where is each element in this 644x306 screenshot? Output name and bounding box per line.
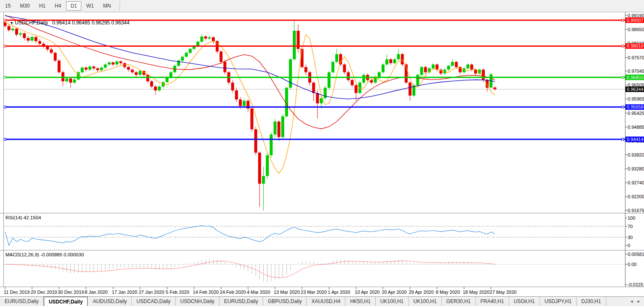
date-tick-label: 8 Jan 2020: [85, 290, 107, 295]
tab-usdchf-daily[interactable]: USDCHF,Daily: [44, 297, 88, 306]
line-handle-icon[interactable]: [622, 19, 624, 21]
price-axis-tick-label: 0.99190: [628, 13, 644, 18]
candle-body: [208, 37, 211, 38]
price-axis-tick-label: 0.93820: [628, 152, 644, 157]
candle-body: [316, 93, 319, 104]
mt4-window: 15M30H1H4D1W1MN 0.991900.986500.981100.9…: [0, 0, 644, 306]
macd-axis-label: -0.011515: [628, 282, 644, 287]
tab-usoil-h1[interactable]: USOil,H1: [509, 297, 540, 306]
chart-canvas[interactable]: 0.991900.986500.981100.975700.970450.965…: [0, 0, 644, 306]
candle-body: [455, 62, 458, 67]
rsi-axis-label: 30: [628, 235, 633, 240]
tab-usdjpy-h1[interactable]: USDJPY,H1: [540, 297, 577, 306]
tab-eurusd-daily[interactable]: EURUSD,Daily: [0, 297, 44, 306]
date-tick-label: 20 Dec 2019: [31, 290, 57, 295]
candle-body: [401, 54, 404, 65]
candle-body: [108, 62, 111, 64]
candle-body: [328, 72, 331, 88]
line-handle-icon[interactable]: [622, 138, 624, 140]
chart-tabs: EURUSD,DailyUSDCHF,DailyAUDUSD,DailyUSDC…: [0, 296, 644, 306]
chart-ohlc-readout: 0.96414 0.96465 0.96295 0.96344: [52, 20, 130, 26]
tabs-scroll-left-icon[interactable]: ◄: [630, 299, 633, 303]
chart-symbol-label: USDCHF,Daily: [15, 20, 48, 26]
candle-body: [289, 59, 292, 88]
price-axis-tick-label: 0.92740: [628, 180, 644, 185]
date-tick-label: 14 Feb 2020: [193, 290, 219, 295]
tab-fra40-h1[interactable]: FRA40,H1: [476, 297, 509, 306]
candle-body: [331, 62, 334, 72]
candle-body: [81, 68, 84, 72]
candle-body: [181, 57, 184, 61]
candle-body: [278, 122, 281, 137]
price-axis-tick-label: 0.98650: [628, 27, 644, 32]
candle-body: [96, 68, 99, 70]
price-axis-tick-label: 0.95425: [628, 111, 644, 116]
chart-background: [0, 12, 644, 296]
line-handle-icon[interactable]: [4, 45, 6, 47]
line-handle-icon[interactable]: [4, 106, 6, 108]
tab-uk100-h1[interactable]: UK100,H1: [409, 297, 441, 306]
candle-body: [482, 69, 485, 80]
line-handle-icon[interactable]: [622, 106, 624, 108]
macd-axis-label: 0.005818: [628, 252, 644, 257]
candle-body: [50, 49, 53, 53]
candle-body: [466, 64, 469, 68]
rsi-axis-label: 0: [628, 243, 630, 248]
date-tick-label: 4 Mar 2020: [247, 290, 270, 295]
tab-gbpusd-daily[interactable]: GBPUSD,Daily: [263, 297, 307, 306]
candle-body: [219, 51, 222, 62]
hline-price-label: 0.95658: [627, 104, 644, 109]
candle-body: [262, 176, 265, 184]
candle-body: [273, 122, 276, 135]
date-tick-label: 30 Dec 2019: [58, 290, 84, 295]
tab-xauusd-h4[interactable]: XAUUSD,H4: [307, 297, 345, 306]
candle-body: [409, 82, 412, 96]
candle-body: [451, 62, 454, 66]
tab-eurusd-daily[interactable]: EURUSD,Daily: [219, 297, 263, 306]
price-axis-tick-label: 0.94885: [628, 125, 644, 130]
date-tick-label: 10 Apr 2020: [355, 290, 379, 295]
candle-body: [35, 37, 37, 41]
tab-usdcad-daily[interactable]: USDCAD,Daily: [132, 297, 176, 306]
tabs-scroll-right-icon[interactable]: ►: [637, 299, 641, 303]
candle-body: [312, 82, 315, 93]
line-handle-icon[interactable]: [4, 138, 6, 140]
tab-ger30-h1[interactable]: GER30,H1: [442, 297, 476, 306]
candle-body: [493, 88, 496, 89]
date-tick-label: 1 Apr 2020: [328, 290, 350, 295]
hline-price-label: 0.96803: [627, 75, 644, 80]
candle-body: [212, 37, 215, 41]
candle-body: [69, 78, 72, 82]
candle-body: [204, 37, 207, 39]
hline-price-label: 0.98010: [627, 43, 644, 48]
candle-body: [169, 72, 172, 77]
tab-audusd-daily[interactable]: AUDUSD,Daily: [88, 297, 132, 306]
candle-body: [470, 64, 473, 69]
line-handle-icon[interactable]: [622, 45, 624, 47]
tab-dj30-h1[interactable]: DJ30,H1: [577, 297, 606, 306]
candle-body: [92, 67, 95, 68]
candle-body: [146, 75, 149, 81]
candle-body: [100, 68, 103, 70]
candle-body: [378, 72, 381, 77]
date-tick-label: 27 Jan 2020: [139, 290, 164, 295]
tab-hk50-h1[interactable]: HK50,H1: [345, 297, 376, 306]
candle-body: [281, 116, 284, 137]
candle-body: [200, 37, 203, 42]
candle-body: [258, 153, 261, 184]
line-handle-icon[interactable]: [4, 76, 6, 78]
rsi-indicator-label: RSI(14) 42.1504: [5, 215, 41, 220]
tab-uk100-h1[interactable]: UK100,H1: [376, 297, 409, 306]
candle-body: [58, 61, 61, 72]
date-tick-label: 18 May 2020: [463, 290, 490, 295]
date-tick-label: 29 Apr 2020: [409, 290, 433, 295]
candle-body: [239, 99, 242, 106]
tab-usdcnh-daily[interactable]: USDCNH,Daily: [176, 297, 219, 306]
candle-body: [305, 67, 307, 72]
line-handle-icon[interactable]: [622, 76, 624, 78]
hline-price-label: 0.94414: [627, 137, 644, 142]
candle-body: [150, 81, 153, 86]
candle-body: [293, 31, 296, 59]
candle-body: [416, 75, 419, 85]
date-tick-label: 13 Mar 2020: [274, 290, 300, 295]
